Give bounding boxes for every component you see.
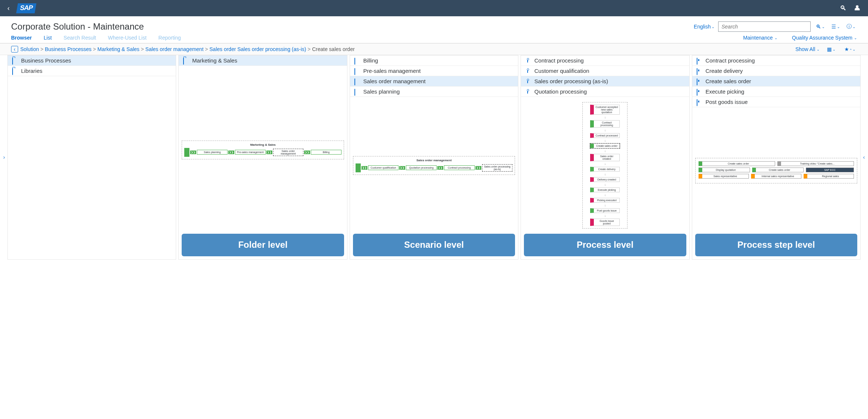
expand-right-icon[interactable]: ‹: [861, 55, 867, 260]
step-icon: [697, 68, 702, 74]
vflow-node: Contract processing: [590, 120, 620, 128]
tab-browser[interactable]: Browser: [11, 35, 32, 41]
dropdown-quality-assurance-system[interactable]: Quality Assurance System ⌄: [792, 35, 857, 41]
list-item[interactable]: Create sales order: [692, 76, 860, 87]
list-item-label: Sales order processing (as-is): [534, 78, 608, 84]
graph-node: Create sales order: [752, 168, 804, 172]
list-item-label: Marketing & Sales: [192, 57, 237, 64]
process-diagram: Customer accepted new sales quotation↓Co…: [582, 102, 628, 229]
vflow-node: Contract processed: [590, 133, 620, 138]
breadcrumb-item[interactable]: Business Processes: [45, 46, 91, 52]
scenario-diagram: Sales order management ❯❯Customer qualif…: [353, 156, 515, 175]
graph-node: Internal sales representative: [751, 174, 801, 179]
tabs-right: Maintenance ⌄Quality Assurance System ⌄: [743, 35, 857, 41]
list-item-label: Post goods issue: [706, 99, 748, 105]
level-badge-step: Process step level: [695, 234, 857, 256]
graph-node: SAP ECC: [806, 168, 854, 172]
column-step: Contract processingCreate deliveryCreate…: [692, 55, 861, 260]
list-item[interactable]: Customer qualification: [521, 66, 689, 76]
show-all-dropdown[interactable]: Show All⌄: [795, 46, 820, 52]
dropdown-maintenance[interactable]: Maintenance ⌄: [743, 35, 777, 41]
scenario-icon: [354, 89, 360, 94]
search-icon[interactable]: 🔍︎: [840, 4, 847, 12]
graph-node: Display quotation: [699, 168, 750, 172]
graph-node: Regional sales: [804, 174, 854, 179]
list-item[interactable]: Billing: [350, 55, 518, 66]
flow-step: Sales order processing (as-is): [482, 164, 513, 172]
list-item[interactable]: Business Processes: [8, 55, 176, 66]
scenario-icon: [354, 79, 360, 84]
list-item[interactable]: Sales order management: [350, 76, 518, 87]
list-item[interactable]: Libraries: [8, 66, 176, 76]
list-scenario: BillingPre-sales managementSales order m…: [350, 55, 518, 97]
shell-bar: ‹ SAP 🔍︎ 👤︎: [0, 0, 868, 16]
list-item[interactable]: Create delivery: [692, 66, 860, 76]
breadcrumb: ‹ Solution > Business Processes > Market…: [11, 46, 355, 53]
language-select[interactable]: English⌄: [694, 24, 714, 30]
list-item-label: Contract processing: [534, 57, 583, 64]
list-item[interactable]: Marketing & Sales: [179, 55, 347, 66]
vflow-node: Delivery created: [590, 177, 620, 182]
flow-step: Sales planning: [197, 150, 228, 155]
level-badge-scenario: Scenario level: [353, 234, 515, 256]
sap-logo[interactable]: SAP: [16, 3, 37, 13]
level-badge-process: Process level: [524, 234, 686, 256]
flow-step: Sales order management: [273, 149, 304, 156]
list-item-label: Quotation processing: [534, 88, 587, 95]
list-step: Contract processingCreate deliveryCreate…: [692, 55, 860, 107]
list-item-label: Business Processes: [21, 57, 71, 64]
flow-step: Quotation processing: [406, 165, 437, 170]
help-icon[interactable]: ⓘ⌄: [845, 23, 857, 30]
folder-icon: [12, 68, 17, 74]
breadcrumb-item[interactable]: Marketing & Sales: [97, 46, 139, 52]
flow-step: Contract processing: [444, 165, 475, 170]
step-diagram: Create sales orderTraining video "Create…: [695, 158, 857, 183]
list-item[interactable]: Post goods issue: [692, 97, 860, 107]
breadcrumb-item[interactable]: Solution: [20, 46, 39, 52]
view-mode-icon[interactable]: ▦⌄: [825, 46, 837, 52]
search-dropdown-icon[interactable]: 🔍︎⌄: [814, 24, 826, 30]
process-icon: [525, 79, 531, 84]
breadcrumb-item[interactable]: Sales order Sales order processing (as-i…: [209, 46, 306, 52]
favorite-icon[interactable]: ★+⌄: [843, 46, 857, 52]
page-title: Corporate Solution - Maintenance: [11, 21, 144, 32]
columns: Business ProcessesLibraries Marketing & …: [7, 55, 861, 260]
list-item[interactable]: Sales planning: [350, 87, 518, 97]
tabs-row: BrowserListSearch ResultWhere-Used ListR…: [0, 33, 868, 43]
list-item-label: Contract processing: [706, 57, 755, 64]
list-item-label: Create delivery: [706, 68, 743, 74]
list-item-label: Execute picking: [706, 88, 744, 95]
vflow-node: Sales order created: [590, 154, 620, 161]
list-item[interactable]: Sales order processing (as-is): [521, 76, 689, 87]
breadcrumb-actions: Show All⌄ ▦⌄ ★+⌄: [795, 46, 857, 52]
settings-list-icon[interactable]: ☰⌄: [830, 24, 841, 30]
shell-right: 🔍︎ 👤︎: [840, 4, 861, 12]
list-item[interactable]: Execute picking: [692, 87, 860, 97]
breadcrumb-item[interactable]: Sales order management: [145, 46, 203, 52]
flow-step: Pre-sales management: [235, 150, 266, 155]
list-item[interactable]: Contract processing: [692, 55, 860, 66]
list-folder: Marketing & Sales: [179, 55, 347, 66]
vflow-node: Goods issue posted: [590, 219, 620, 226]
column-scenario: BillingPre-sales managementSales order m…: [350, 55, 518, 260]
vflow-node: Post goods issue: [590, 208, 620, 213]
search-input[interactable]: [718, 21, 811, 32]
list-root: Business ProcessesLibraries: [8, 55, 176, 76]
expand-left-icon[interactable]: ›: [1, 55, 7, 260]
process-icon: [525, 58, 531, 63]
process-icon: [525, 89, 531, 94]
scenario-icon: [354, 68, 360, 74]
scenario-icon: [354, 58, 360, 63]
list-item-label: Billing: [363, 57, 378, 64]
list-item-label: Libraries: [21, 68, 43, 74]
breadcrumb-item: Create sales order: [312, 46, 354, 52]
user-icon[interactable]: 👤︎: [854, 4, 861, 12]
back-icon[interactable]: ‹: [7, 4, 10, 12]
breadcrumb-back-button[interactable]: ‹: [11, 46, 18, 53]
list-item[interactable]: Quotation processing: [521, 87, 689, 97]
list-item[interactable]: Pre-sales management: [350, 66, 518, 76]
graph-node: Sales representative: [699, 174, 749, 179]
tab-list[interactable]: List: [44, 35, 52, 41]
list-item[interactable]: Contract processing: [521, 55, 689, 66]
vflow-node: Picking executed: [590, 198, 620, 203]
